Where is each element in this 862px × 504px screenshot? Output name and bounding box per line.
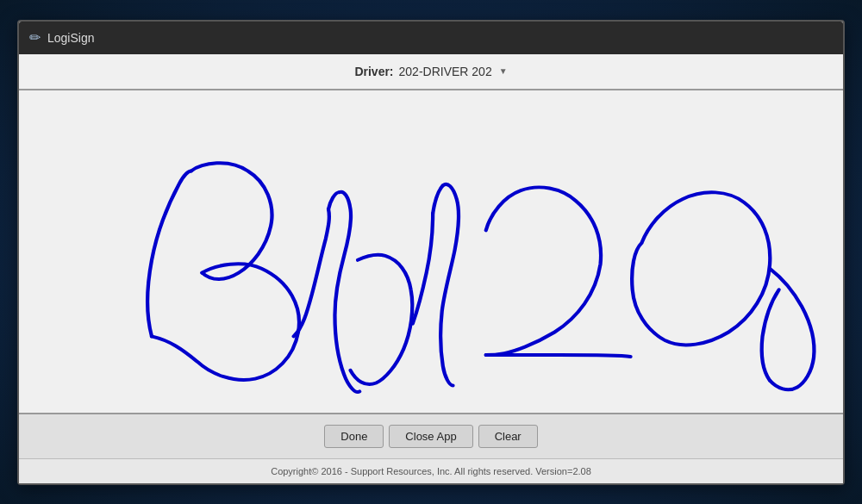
main-window: ✏ LogiSign Driver: 202-DRIVER 202 ▼ [17,20,845,485]
signature-canvas[interactable] [19,90,843,413]
signature-area[interactable] [19,90,843,414]
button-bar: Done Close App Clear [19,414,843,459]
driver-label: Driver: [354,65,393,78]
app-icon: ✏ [29,29,41,46]
title-bar: ✏ LogiSign [19,22,843,54]
dropdown-arrow-icon[interactable]: ▼ [499,66,508,76]
footer-text: Copyright© 2016 - Support Resources, Inc… [271,466,591,476]
done-button[interactable]: Done [324,425,384,448]
app-title: LogiSign [47,31,95,45]
footer-bar: Copyright© 2016 - Support Resources, Inc… [19,459,843,483]
close-app-button[interactable]: Close App [389,425,472,448]
clear-button[interactable]: Clear [478,425,538,448]
driver-value: 202-DRIVER 202 [399,65,492,78]
driver-bar: Driver: 202-DRIVER 202 ▼ [19,54,843,90]
